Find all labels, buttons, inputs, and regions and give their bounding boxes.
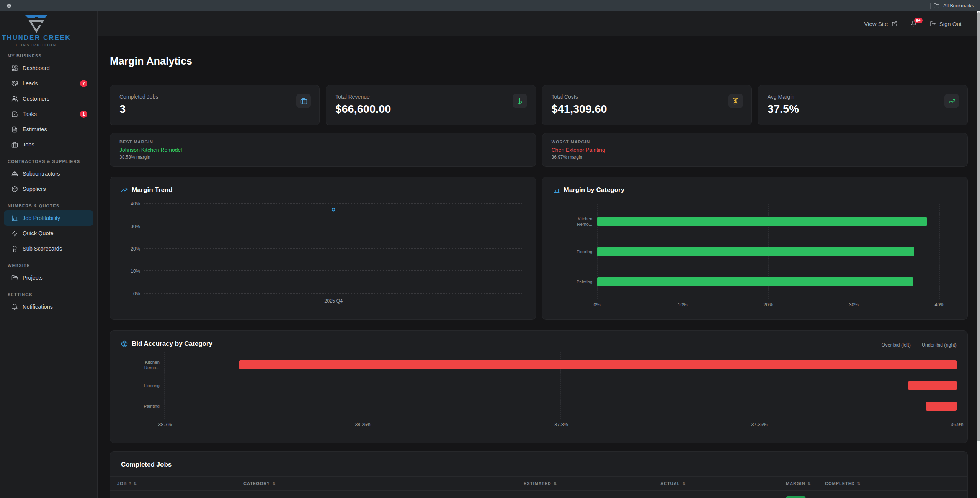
sort-icon: ⇅ — [682, 482, 686, 486]
stat-icon-box — [296, 94, 311, 108]
stat-value: $41,309.60 — [552, 103, 742, 116]
view-site-button[interactable]: View Site — [864, 21, 897, 27]
gridline — [939, 204, 940, 299]
all-bookmarks-button[interactable]: All Bookmarks — [934, 3, 974, 9]
highlights-row: BEST MARGIN Johnson Kitchen Remodel 38.5… — [110, 133, 968, 167]
sidebar-item-label: Projects — [23, 275, 42, 281]
bid-accuracy-axis: -38.7%-38.25%-37.8%-37.35%-36.9% — [164, 422, 957, 428]
gridline: 0% — [144, 293, 523, 294]
bar-rows: Kitchen Remo...FlooringPainting — [597, 206, 940, 297]
log-out-icon — [930, 21, 936, 27]
completed-jobs-table: Completed Jobs JOB # ⇅ CATEGORY ⇅ ESTIMA… — [110, 451, 968, 498]
thunder-creek-logo-icon — [23, 14, 50, 34]
sidebar-item-tasks[interactable]: Tasks 1 — [4, 106, 93, 122]
margin-by-category-axis: 0%10%20%30%40% — [597, 302, 940, 308]
table-title: Completed Jobs — [110, 452, 967, 476]
bar-row: Flooring — [597, 247, 940, 256]
x-tick-label: 2025 Q4 — [324, 298, 343, 304]
chart-title-text: Bid Accuracy by Category — [132, 340, 212, 348]
gridline: 30% — [144, 226, 523, 226]
gridline — [957, 352, 957, 419]
target-icon — [121, 340, 128, 347]
stat-label: Avg Margin — [768, 94, 958, 100]
sidebar-item-projects[interactable]: Projects — [4, 270, 93, 285]
browser-toolbar: All Bookmarks — [0, 0, 980, 11]
x-tick-label: -37.8% — [553, 422, 568, 427]
bar — [239, 360, 957, 369]
sidebar-item-estimates[interactable]: Subcontractors Estimates — [4, 122, 93, 137]
sidebar-item-label: Quick Quote — [23, 230, 54, 236]
chart-legend: Over-bid (left) Under-bid (right) — [882, 342, 957, 348]
notification-count-badge: 9+ — [914, 18, 923, 23]
column-header-estimated[interactable]: ESTIMATED ⇅ — [524, 481, 660, 486]
bar-row: Kitchen Remo... — [164, 360, 957, 369]
section-website: WEBSITE — [0, 256, 97, 270]
brand-subtitle: CONSTRUCTION — [0, 43, 73, 47]
scrollbar-thumb[interactable] — [977, 12, 980, 441]
margin-trend-card: Margin Trend 0%10%20%30%40%2025 Q4 — [110, 177, 536, 320]
sidebar-item-notifications[interactable]: Notifications — [4, 299, 93, 314]
margin-trend-plot: 0%10%20%30%40%2025 Q4 — [144, 204, 523, 294]
y-tick-label: 40% — [131, 201, 140, 207]
stat-icon-box — [513, 94, 527, 108]
sign-out-button[interactable]: Sign Out — [930, 21, 962, 27]
sidebar-item-suppliers[interactable]: Suppliers — [4, 181, 93, 197]
best-margin-detail: 38.53% margin — [119, 155, 526, 160]
sign-out-label: Sign Out — [939, 21, 962, 27]
trending-up-icon — [121, 187, 128, 194]
y-tick-label: 0% — [133, 291, 140, 296]
sidebar-item-dashboard[interactable]: Dashboard — [4, 60, 93, 76]
sort-icon: ⇅ — [134, 482, 137, 486]
gridline: 10% — [144, 270, 523, 271]
worst-margin-label: WORST MARGIN — [552, 140, 959, 144]
brand-logo: THUNDER CREEK CONSTRUCTION — [0, 11, 73, 47]
sidebar-item-label: Notifications — [23, 304, 53, 310]
bar-row: Kitchen Remo... — [597, 217, 940, 226]
bar-row: Flooring — [164, 381, 957, 390]
best-margin-job: Johnson Kitchen Remodel — [119, 147, 526, 153]
sidebar-item-quick-quote[interactable]: Quick Quote — [4, 226, 93, 241]
y-tick-label: 20% — [131, 246, 140, 252]
bar — [597, 277, 914, 286]
zap-icon — [11, 230, 18, 237]
stat-value: 37.5% — [768, 103, 958, 116]
stat-label: Total Revenue — [335, 94, 526, 100]
category-label: Kitchen Remo... — [130, 360, 160, 371]
column-header-margin[interactable]: MARGIN ⇅ — [786, 481, 825, 486]
main-content: Margin Analytics Completed Jobs 3 Total … — [98, 36, 980, 498]
bar-chart-icon — [553, 187, 560, 194]
gridline: 20% — [144, 248, 523, 249]
sidebar-item-label: Estimates — [23, 126, 47, 132]
check-square-icon — [11, 111, 18, 117]
sidebar-item-jobs[interactable]: Jobs — [4, 137, 93, 152]
sidebar-item-leads[interactable]: Leads 7 — [4, 76, 93, 91]
sidebar-item-job-profitability[interactable]: Job Profitability — [4, 210, 93, 226]
column-header-completed[interactable]: COMPLETED ⇅ — [825, 481, 967, 486]
bar — [597, 217, 927, 226]
section-settings: SETTINGS — [0, 285, 97, 299]
stat-label: Total Costs — [552, 94, 742, 100]
sort-icon: ⇅ — [808, 482, 811, 486]
folder-open-icon — [11, 275, 18, 281]
sidebar-item-subcontractors[interactable]: Subcontractors — [4, 166, 93, 181]
notifications-button[interactable]: 9+ — [911, 21, 917, 27]
briefcase-icon — [300, 98, 307, 105]
sidebar-item-customers[interactable]: Customers — [4, 91, 93, 106]
sidebar-divider — [0, 41, 97, 41]
sidebar-item-label: Job Profitability — [23, 215, 60, 221]
column-header-actual[interactable]: ACTUAL ⇅ — [660, 481, 786, 486]
chart-title: Margin Trend — [121, 186, 525, 194]
column-header-job[interactable]: JOB # ⇅ — [117, 481, 243, 486]
category-label: Kitchen Remo... — [563, 216, 593, 227]
legend-over-bid: Over-bid (left) — [882, 342, 911, 348]
tab-grid-icon[interactable] — [6, 3, 12, 9]
sidebar-item-label: Jobs — [23, 142, 34, 148]
sidebar-item-label: Tasks — [23, 111, 37, 117]
bar-row: Painting — [164, 402, 957, 411]
column-header-category[interactable]: CATEGORY ⇅ — [243, 481, 524, 486]
trending-up-icon — [948, 98, 956, 105]
sidebar-item-sub-scorecards[interactable]: Sub Scorecards — [4, 241, 93, 256]
folder-icon — [934, 3, 939, 9]
bell-icon — [11, 304, 18, 310]
sort-icon: ⇅ — [554, 482, 557, 486]
